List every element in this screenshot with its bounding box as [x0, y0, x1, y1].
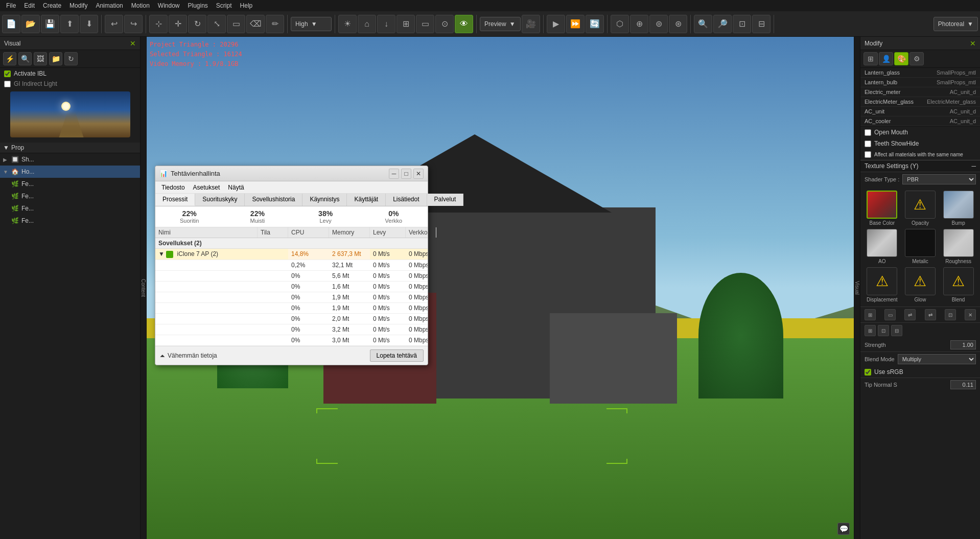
tex-blend[interactable]: ⚠ Blend [941, 267, 976, 302]
tool3-button[interactable]: ⊚ [649, 15, 668, 33]
menu-modify[interactable]: Modify [65, 1, 91, 10]
grid-button[interactable]: ⊞ [396, 15, 415, 33]
tm-col-net[interactable]: Verkko [406, 227, 436, 238]
mat-row-2[interactable]: Lantern_bulb SmallProps_mtl [860, 78, 980, 87]
tm-col-status[interactable]: Tila [258, 227, 288, 238]
action-btn-6[interactable]: ✕ [965, 309, 976, 320]
menu-help[interactable]: Help [236, 1, 257, 10]
tm-row-5[interactable]: 0% 1,9 Mt 0 Mt/s 0 Mbps [155, 292, 428, 303]
tm-row-8[interactable]: 0% 3,2 Mt 0 Mt/s 0 Mbps [155, 324, 428, 335]
preview-dropdown[interactable]: Preview ▼ [480, 17, 521, 31]
photoreal-dropdown[interactable]: Photoreal ▼ [934, 17, 978, 31]
tm-col-cpu[interactable]: CPU [288, 227, 329, 238]
tm-col-name[interactable]: Nimi [155, 227, 258, 238]
menu-edit[interactable]: Edit [20, 1, 39, 10]
scene-item-5[interactable]: 🌿 Fe... [0, 202, 140, 215]
play2-button[interactable]: ⏩ [566, 15, 585, 33]
teeth-checkbox[interactable] [865, 140, 871, 147]
menu-create[interactable]: Create [39, 1, 65, 10]
action-btn-8[interactable]: ⊡ [878, 325, 889, 336]
tm-tab-kayttajat[interactable]: Käyttäjät [347, 194, 386, 206]
tex-roughness[interactable]: Roughness [941, 229, 976, 264]
mat-row-1[interactable]: Lantern_glass SmallProps_mtl [860, 68, 980, 78]
mod-tab-1[interactable]: ⊞ [864, 52, 878, 65]
blend-mode-select[interactable]: Multiply [898, 354, 976, 364]
action-btn-5[interactable]: ⊡ [945, 309, 956, 320]
rotate-button[interactable]: ↻ [188, 15, 206, 33]
menu-motion[interactable]: Motion [127, 1, 154, 10]
tm-tab-prosessit[interactable]: Prosessit [155, 194, 195, 206]
export-button[interactable]: ⬆ [60, 15, 79, 33]
tex-opacity[interactable]: ⚠ Opacity [903, 191, 938, 226]
zoom2-button[interactable]: 🔎 [713, 15, 732, 33]
save-button[interactable]: 💾 [41, 15, 59, 33]
import-button[interactable]: ⬇ [80, 15, 98, 33]
tm-row-7[interactable]: 0% 2,0 Mt 0 Mt/s 0 Mbps [155, 314, 428, 324]
snap-button[interactable]: ⊙ [435, 15, 454, 33]
scene-item-3[interactable]: 🌿 Fe... [0, 178, 140, 190]
menu-window[interactable]: Window [154, 1, 184, 10]
tex-ao[interactable]: AO [865, 229, 900, 264]
quality-dropdown[interactable]: High ▼ [291, 17, 332, 31]
play-button[interactable]: ▶ [547, 15, 565, 33]
tm-tab-palvelut[interactable]: Palvelut [427, 194, 464, 206]
tm-tab-sovellushistoria[interactable]: Sovellushistoria [245, 194, 302, 206]
action-btn-3[interactable]: ⇌ [904, 309, 916, 320]
tm-row-3[interactable]: 0% 5,6 Mt 0 Mt/s 0 Mbps [155, 271, 428, 282]
move-button[interactable]: ✛ [169, 15, 187, 33]
menu-file[interactable]: File [2, 1, 20, 10]
tm-end-task-button[interactable]: Lopeta tehtävä [370, 349, 424, 362]
tm-minimize-button[interactable]: ─ [389, 169, 399, 179]
zoom3-button[interactable]: ⊡ [733, 15, 751, 33]
tm-tab-lisatiedot[interactable]: Lisätiedot [386, 194, 427, 206]
action-btn-7[interactable]: ⊞ [865, 325, 876, 336]
scene-item-1[interactable]: ▶ 🔲 Sh... [0, 153, 140, 166]
tip-normal-input[interactable] [950, 380, 976, 389]
undo-button[interactable]: ↩ [105, 15, 123, 33]
menu-plugins[interactable]: Plugins [184, 1, 212, 10]
open-button[interactable]: 📂 [21, 15, 40, 33]
tool1-button[interactable]: ⬡ [611, 15, 629, 33]
visual-close-button[interactable]: ✕ [130, 39, 136, 48]
vis-tool4-button[interactable]: 📁 [49, 52, 62, 65]
vis-tool5-button[interactable]: ↻ [64, 52, 78, 65]
scale-button[interactable]: ⤡ [207, 15, 226, 33]
modify-close-button[interactable]: ✕ [970, 39, 976, 48]
screen-button[interactable]: ▭ [227, 15, 245, 33]
tex-base-color[interactable]: Base Color [865, 191, 900, 226]
tex-glow[interactable]: ⚠ Glow [903, 267, 938, 302]
tm-row-6[interactable]: 0% 1,9 Mt 0 Mt/s 0 Mbps [155, 303, 428, 314]
tm-menu-asetukset[interactable]: Asetukset [189, 183, 224, 192]
mat-row-4[interactable]: ElectricMeter_glass ElectricMeter_glass [860, 97, 980, 107]
use-srgb-checkbox[interactable] [865, 369, 871, 376]
tex-metallic[interactable]: Metalic [903, 229, 938, 264]
home-button[interactable]: ⌂ [358, 15, 376, 33]
viewport-chat-icon[interactable]: 💬 [837, 523, 850, 535]
texture-settings-collapse-icon[interactable]: ─ [971, 162, 976, 170]
tex-displacement[interactable]: ⚠ Displacement [865, 267, 900, 302]
pen-button[interactable]: ✏ [266, 15, 284, 33]
frame-button[interactable]: ▭ [416, 15, 434, 33]
sun-button[interactable]: ☀ [338, 15, 357, 33]
mod-tab-3[interactable]: 🎨 [894, 52, 908, 65]
mat-row-6[interactable]: AC_cooler AC_unit_d [860, 116, 980, 126]
tex-bump[interactable]: Bump [941, 191, 976, 226]
redo-button[interactable]: ↪ [124, 15, 143, 33]
zoom4-button[interactable]: ⊟ [752, 15, 771, 33]
mod-tab-4[interactable]: ⚙ [909, 52, 924, 65]
tm-tab-suorituskyky[interactable]: Suorituskyky [195, 194, 245, 206]
tool2-button[interactable]: ⊕ [630, 15, 648, 33]
eraser-button[interactable]: ⌫ [246, 15, 265, 33]
eye-button[interactable]: 👁 [455, 15, 473, 33]
tm-row-4[interactable]: 0% 1,6 Mt 0 Mt/s 0 Mbps [155, 282, 428, 292]
select-button[interactable]: ⊹ [149, 15, 168, 33]
ibl-checkbox[interactable] [4, 71, 11, 77]
vis-tool1-button[interactable]: ⚡ [3, 52, 16, 65]
down-button[interactable]: ↓ [377, 15, 395, 33]
scene-item-6[interactable]: 🌿 Fe... [0, 215, 140, 227]
tm-less-info-button[interactable]: ⏶ Vähemmän tietoja [159, 352, 217, 359]
tm-row-2[interactable]: 0,2% 32,1 Mt 0 Mt/s 0 Mbps [155, 260, 428, 271]
action-btn-2[interactable]: ▭ [884, 309, 896, 320]
affect-materials-checkbox[interactable] [865, 151, 871, 158]
shader-type-select[interactable]: PBR Standard [902, 174, 976, 184]
